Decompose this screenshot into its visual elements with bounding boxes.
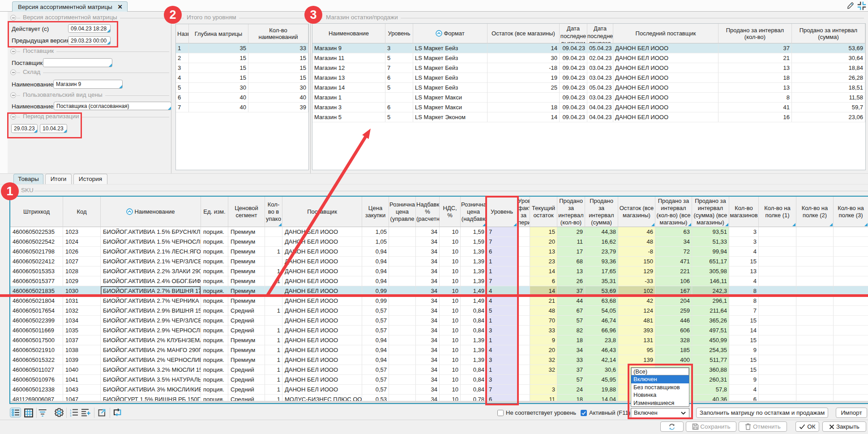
svg-text:3: 3 <box>70 414 72 417</box>
